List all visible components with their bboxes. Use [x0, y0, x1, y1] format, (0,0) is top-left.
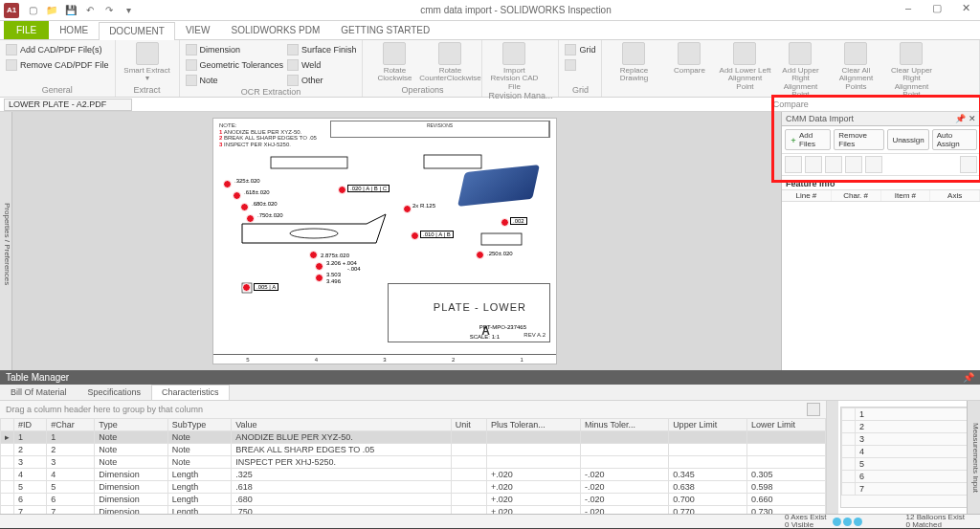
tab-view[interactable]: VIEW — [175, 21, 221, 39]
col-char[interactable]: Char. # — [832, 190, 881, 201]
cell[interactable]: 0.305 — [747, 469, 826, 481]
cmm-tool-5-icon[interactable] — [865, 156, 882, 173]
column-header[interactable]: Type — [95, 419, 168, 431]
ocr-other-button[interactable]: Other — [287, 73, 357, 87]
cell[interactable] — [747, 431, 826, 444]
list-item[interactable]: 6 — [842, 471, 973, 483]
cmm-tool-1-icon[interactable] — [785, 156, 802, 173]
cmm-tool-2-icon[interactable] — [805, 156, 822, 173]
cell[interactable]: -.020 — [581, 481, 669, 494]
list-item[interactable]: 3 — [842, 433, 973, 446]
tab-file[interactable]: FILE — [4, 21, 49, 39]
cell[interactable]: Note — [95, 456, 168, 469]
cell[interactable]: 0.660 — [747, 494, 826, 506]
cell[interactable]: .680 — [232, 494, 452, 506]
cell[interactable]: -.020 — [581, 494, 669, 506]
cell[interactable] — [486, 431, 580, 444]
tab-bom[interactable]: Bill Of Material — [0, 385, 78, 400]
add-ll-point-button[interactable]: Add Lower Left Alignment Point — [719, 42, 770, 91]
cell[interactable] — [451, 481, 486, 494]
cell[interactable]: .750 — [232, 506, 452, 515]
table-row[interactable]: 22NoteNoteBREAK ALL SHARP EDGES TO .05 — [1, 444, 826, 456]
tab-specs[interactable]: Specifications — [78, 385, 152, 400]
cell[interactable]: Length — [167, 506, 231, 515]
cell[interactable]: Dimension — [95, 494, 168, 506]
qat-redo-icon[interactable]: ↷ — [100, 2, 118, 19]
cmm-tool-3-icon[interactable] — [825, 156, 842, 173]
qat-new-icon[interactable]: ▢ — [24, 2, 41, 19]
cell[interactable]: Length — [167, 469, 231, 481]
list-item[interactable]: 5 — [842, 458, 973, 471]
cell[interactable] — [486, 456, 580, 469]
left-sidebar-tab[interactable]: Properties / Preferences — [0, 112, 12, 370]
cell[interactable]: 2 — [14, 444, 47, 456]
table-row[interactable]: 55DimensionLength.618+.020-.0200.6380.59… — [1, 481, 826, 494]
cmm-tool-expand-icon[interactable] — [960, 156, 977, 173]
cell[interactable]: +.020 — [486, 469, 580, 481]
cell[interactable]: 0.345 — [669, 469, 747, 481]
cell[interactable] — [486, 444, 580, 456]
cell[interactable]: 2 — [47, 444, 95, 456]
column-header[interactable]: Unit — [451, 419, 486, 431]
table-row[interactable]: 77DimensionLength.750+.020-.0200.7700.73… — [1, 506, 826, 515]
column-header[interactable]: Lower Limit — [747, 419, 826, 431]
minimize-icon[interactable]: – — [894, 2, 923, 19]
ocr-dimension-button[interactable]: Dimension — [186, 42, 283, 56]
tab-document[interactable]: DOCUMENT — [99, 22, 175, 40]
cell[interactable]: 0.700 — [669, 494, 747, 506]
cell[interactable] — [581, 431, 669, 444]
cell[interactable]: 7 — [14, 506, 47, 515]
compare-button[interactable]: Compare — [663, 42, 715, 75]
unassign-button[interactable]: Unassign — [887, 129, 928, 150]
auto-assign-button[interactable]: Auto Assign — [932, 129, 977, 150]
cell[interactable]: Length — [167, 494, 231, 506]
cell[interactable] — [451, 456, 486, 469]
list-item[interactable]: 4 — [842, 446, 973, 458]
tab-home[interactable]: HOME — [49, 21, 99, 39]
ocr-weld-button[interactable]: Weld — [287, 57, 357, 72]
cell[interactable]: .325 — [232, 469, 452, 481]
column-header[interactable]: Value — [232, 419, 452, 431]
list-item[interactable]: 2 — [842, 421, 973, 433]
column-header[interactable]: #Char — [47, 419, 95, 431]
cell[interactable]: 6 — [14, 494, 47, 506]
ocr-note-button[interactable]: Note — [186, 73, 283, 87]
row-selector-header[interactable] — [1, 419, 14, 431]
pin-icon[interactable]: 📌 — [955, 114, 966, 123]
splitter[interactable] — [827, 401, 838, 514]
close-icon[interactable]: ✕ — [951, 2, 980, 19]
cell[interactable] — [747, 456, 826, 469]
column-header[interactable]: #ID — [14, 419, 47, 431]
cell[interactable]: 7 — [47, 506, 95, 515]
cell[interactable]: 4 — [47, 469, 95, 481]
cell[interactable] — [451, 494, 486, 506]
cell[interactable] — [747, 444, 826, 456]
qat-undo-icon[interactable]: ↶ — [81, 2, 99, 19]
cell[interactable]: Note — [95, 431, 168, 444]
grid-button[interactable]: Grid — [565, 42, 595, 56]
remove-cad-button[interactable]: Remove CAD/PDF File — [6, 57, 109, 72]
replace-drawing-button[interactable]: Replace Drawing — [608, 42, 659, 83]
characteristics-grid[interactable]: #ID#CharTypeSubTypeValueUnitPlus Toleran… — [0, 418, 826, 514]
cell[interactable] — [669, 444, 747, 456]
table-row[interactable]: 44DimensionLength.325+.020-.0200.3450.30… — [1, 469, 826, 481]
cell[interactable]: 3 — [47, 456, 95, 469]
table-row[interactable]: 66DimensionLength.680+.020-.0200.7000.66… — [1, 494, 826, 506]
smart-extract-button[interactable]: Smart Extract ▾ — [122, 42, 173, 83]
cell[interactable]: -.020 — [581, 506, 669, 515]
document-tab[interactable]: LOWER PLATE - A2.PDF — [4, 99, 132, 111]
cell[interactable]: Note — [167, 431, 231, 444]
cell[interactable] — [581, 456, 669, 469]
list-item[interactable]: 1 — [842, 408, 973, 421]
import-revision-button[interactable]: Import Revision CAD File — [488, 42, 540, 91]
table-row[interactable]: 33NoteNoteINSPECT PER XHJ-5250. — [1, 456, 826, 469]
cell[interactable]: Dimension — [95, 481, 168, 494]
cell[interactable]: 5 — [47, 481, 95, 494]
column-header[interactable]: SubType — [167, 419, 231, 431]
add-cad-button[interactable]: Add CAD/PDF File(s) — [6, 42, 109, 56]
cell[interactable]: Note — [167, 456, 231, 469]
qat-open-icon[interactable]: 📁 — [43, 2, 60, 19]
col-axis[interactable]: Axis — [930, 190, 980, 201]
add-ur-point-button[interactable]: Add Upper Right Alignment Point — [774, 42, 826, 99]
cell[interactable] — [581, 444, 669, 456]
